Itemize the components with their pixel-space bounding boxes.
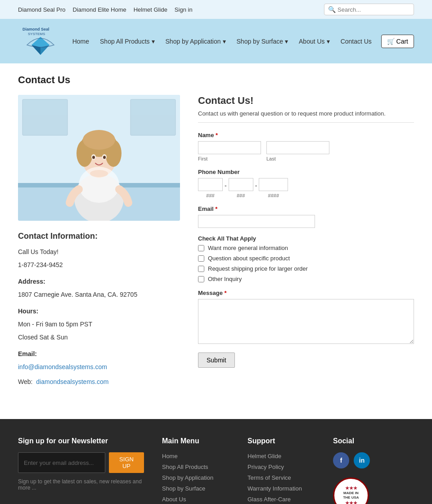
checkbox-item-3[interactable]: Other Inquiry xyxy=(198,276,414,282)
name-fields: First Last xyxy=(198,141,414,161)
form-subtitle: Contact us with general question or to r… xyxy=(198,110,414,123)
message-label: Message * xyxy=(198,290,414,296)
made-in-usa-line2: THE USA xyxy=(343,495,359,500)
form-title: Contact Us! xyxy=(198,95,414,107)
top-link-elite[interactable]: Diamond Elite Home xyxy=(73,6,126,13)
phone-sep1: - xyxy=(225,182,227,189)
submit-button[interactable]: Submit xyxy=(198,352,235,368)
svg-text:Diamond Seal: Diamond Seal xyxy=(22,27,50,31)
chevron-down-icon: ▾ xyxy=(327,38,330,45)
top-link-signin[interactable]: Sign in xyxy=(175,6,193,13)
phone-sub1: ### xyxy=(206,193,214,198)
email-input[interactable] xyxy=(198,215,315,228)
footer-menu-item-3: Shop by Surface xyxy=(162,485,230,492)
footer-main-menu: Main Menu Home Shop All Products Shop by… xyxy=(162,437,230,504)
hours-weekday: Mon - Fri 9am to 5pm PST xyxy=(18,320,180,329)
footer-support-heading: Support xyxy=(248,437,315,445)
checkbox-shipping[interactable] xyxy=(198,266,204,272)
phone-label: Phone Number xyxy=(198,169,414,175)
nav-home[interactable]: Home xyxy=(68,27,94,56)
phone-mid-input[interactable] xyxy=(229,178,253,191)
last-name-field: Last xyxy=(266,141,329,161)
made-in-usa-badge: ★★★ MADE IN THE USA ★★★ xyxy=(333,477,369,504)
logo-area: Diamond Seal SYSTEMS xyxy=(18,19,63,63)
phone-area-field: ### xyxy=(198,178,223,198)
svg-text:SYSTEMS: SYSTEMS xyxy=(28,32,45,36)
support-item-0: Helmet Glide xyxy=(248,452,315,459)
email-link[interactable]: info@diamondsealsystems.com xyxy=(18,363,107,370)
checkbox-item-0[interactable]: Want more general information xyxy=(198,245,414,251)
search-box[interactable]: 🔍 xyxy=(324,4,414,15)
checkbox-general[interactable] xyxy=(198,245,204,251)
contact-left: Contact Information: Call Us Today! 1-87… xyxy=(18,95,180,390)
first-name-field: First xyxy=(198,141,261,161)
contact-form: Name * First Last xyxy=(198,132,414,368)
facebook-icon[interactable]: f xyxy=(333,452,349,468)
support-item-4: Glass After-Care xyxy=(248,495,315,503)
nav-shop-application[interactable]: Shop by Application ▾ xyxy=(161,27,230,56)
name-group: Name * First Last xyxy=(198,132,414,161)
logo-image: Diamond Seal SYSTEMS xyxy=(18,22,63,58)
web-label: Web: xyxy=(18,378,32,385)
phone-sub3: #### xyxy=(268,193,279,198)
address-value: 1807 Carnegie Ave. Santa Ana, CA. 92705 xyxy=(18,290,180,299)
search-input[interactable] xyxy=(338,6,410,13)
footer-menu-heading: Main Menu xyxy=(162,437,230,445)
phone-sub2: ### xyxy=(237,193,245,198)
hero-illustration xyxy=(18,95,180,221)
checkbox-item-1[interactable]: Question about specific product xyxy=(198,255,414,262)
page-title: Contact Us xyxy=(18,74,414,86)
website-link[interactable]: diamondsealsystems.com xyxy=(36,378,108,385)
search-icon: 🔍 xyxy=(328,6,336,13)
nav-about[interactable]: About Us ▾ xyxy=(294,27,334,56)
footer-menu-item-1: Shop All Products xyxy=(162,463,230,470)
cart-button[interactable]: 🛒 Cart xyxy=(381,35,414,48)
chevron-down-icon: ▾ xyxy=(152,38,155,45)
phone-number: 1-877-234-9452 xyxy=(18,260,180,270)
phone-last-field: #### xyxy=(259,178,288,198)
phone-last-input[interactable] xyxy=(259,178,288,191)
signup-button[interactable]: SIGN UP xyxy=(109,452,144,473)
phone-fields: ### - ### - #### xyxy=(198,178,414,198)
svg-point-18 xyxy=(83,130,115,150)
checkbox-specific[interactable] xyxy=(198,255,204,262)
message-group: Message * xyxy=(198,290,414,345)
top-link-pro[interactable]: Diamond Seal Pro xyxy=(18,6,66,13)
footer-tagline: Sign up to get the latest on sales, new … xyxy=(18,478,144,491)
footer-top: Sign up for our Newsletter SIGN UP Sign … xyxy=(18,437,414,504)
footer-menu-item-4: About Us xyxy=(162,495,230,503)
checkbox-item-2[interactable]: Request shipping price for larger order xyxy=(198,265,414,272)
checkbox-group-container: Check All That Apply Want more general i… xyxy=(198,235,414,282)
svg-point-21 xyxy=(92,156,95,159)
footer-support: Support Helmet Glide Privacy Policy Term… xyxy=(248,437,315,504)
nav-contact[interactable]: Contact Us xyxy=(336,27,376,56)
first-sub-label: First xyxy=(198,156,261,161)
check-label: Check All That Apply xyxy=(198,235,414,242)
footer-menu-item-0: Home xyxy=(162,452,230,459)
contact-form-area: Contact Us! Contact us with general ques… xyxy=(198,95,414,390)
last-sub-label: Last xyxy=(266,156,329,161)
newsletter-email-input[interactable] xyxy=(18,452,105,473)
address-label: Address: xyxy=(18,277,180,286)
nav-shop-products[interactable]: Shop All Products ▾ xyxy=(95,27,159,56)
first-name-input[interactable] xyxy=(198,141,261,154)
last-name-input[interactable] xyxy=(266,141,329,154)
phone-sep2: - xyxy=(255,182,257,189)
contact-info-heading: Contact Information: xyxy=(18,232,180,241)
top-link-helmet[interactable]: Helmet Glide xyxy=(134,6,167,13)
footer: Sign up for our Newsletter SIGN UP Sign … xyxy=(0,419,432,504)
linkedin-icon[interactable]: in xyxy=(354,452,370,468)
page-content: Contact Us xyxy=(0,63,432,401)
chevron-down-icon: ▾ xyxy=(223,38,226,45)
svg-rect-11 xyxy=(130,99,176,135)
support-item-3: Warranty Information xyxy=(248,485,315,492)
nav-links: Home Shop All Products ▾ Shop by Applica… xyxy=(68,27,376,56)
nav-shop-surface[interactable]: Shop by Surface ▾ xyxy=(232,27,293,56)
checkbox-other[interactable] xyxy=(198,276,204,282)
svg-point-22 xyxy=(103,156,106,159)
top-bar-links: Diamond Seal Pro Diamond Elite Home Helm… xyxy=(18,6,193,13)
phone-group: Phone Number ### - ### - xyxy=(198,169,414,198)
message-textarea[interactable] xyxy=(198,299,414,344)
phone-area-input[interactable] xyxy=(198,178,223,191)
hours-weekend: Closed Sat & Sun xyxy=(18,333,180,342)
